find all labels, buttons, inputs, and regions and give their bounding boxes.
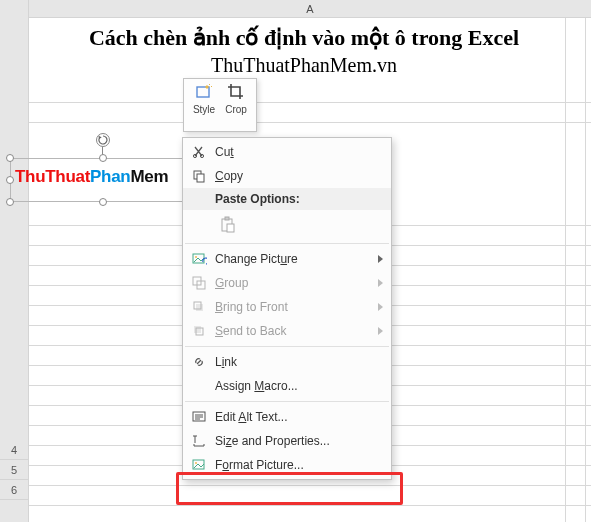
menu-label: Assign Macro... <box>215 379 383 393</box>
blank-icon <box>189 377 209 395</box>
copy-icon <box>189 167 209 185</box>
menu-item-format-picture[interactable]: Format Picture... <box>183 453 391 477</box>
menu-item-group: Group <box>183 271 391 295</box>
row-header-gutter: 4 5 6 <box>0 0 29 522</box>
svg-rect-7 <box>227 224 234 232</box>
menu-item-size-and-properties[interactable]: Size and Properties... <box>183 429 391 453</box>
menu-label: Change Picture <box>215 252 374 266</box>
row-marker[interactable]: 5 <box>0 460 28 480</box>
menu-separator <box>185 346 389 347</box>
menu-label: Bring to Front <box>215 300 374 314</box>
paste-icon <box>220 216 236 234</box>
svg-rect-4 <box>197 174 204 182</box>
row-marker[interactable]: 4 <box>0 440 28 460</box>
gridline <box>29 505 591 506</box>
column-header-a[interactable]: A <box>29 0 591 18</box>
crop-label: Crop <box>225 104 247 115</box>
cell-title-line2: ThuThuatPhanMem.vn <box>29 52 579 78</box>
style-icon <box>194 82 214 102</box>
svg-rect-14 <box>194 326 201 333</box>
style-label: Style <box>193 104 215 115</box>
crop-icon <box>226 82 246 102</box>
cell-a1[interactable]: Cách chèn ảnh cố định vào một ô trong Ex… <box>29 20 579 80</box>
resize-handle-nw[interactable] <box>6 154 14 162</box>
size-icon <box>189 432 209 450</box>
menu-item-link[interactable]: Link <box>183 350 391 374</box>
submenu-arrow-icon <box>378 279 383 287</box>
logo-part-1: ThuThuat <box>15 167 90 186</box>
submenu-arrow-icon <box>378 255 383 263</box>
picture-content-logo: ThuThuatPhanMem <box>15 167 168 187</box>
menu-label: Send to Back <box>215 324 374 338</box>
menu-label: Group <box>215 276 374 290</box>
link-icon <box>189 353 209 371</box>
cell-title-line1: Cách chèn ảnh cố định vào một ô trong Ex… <box>29 20 579 52</box>
row-marker[interactable]: 6 <box>0 480 28 500</box>
menu-item-copy[interactable]: Copy <box>183 164 391 188</box>
menu-item-assign-macro[interactable]: Assign Macro... <box>183 374 391 398</box>
send-to-back-icon <box>189 322 209 340</box>
gridline-vertical <box>565 18 566 522</box>
menu-item-bring-to-front: Bring to Front <box>183 295 391 319</box>
rotate-handle[interactable] <box>96 133 110 147</box>
menu-label: Size and Properties... <box>215 434 383 448</box>
menu-label: Format Picture... <box>215 458 383 472</box>
bring-to-front-icon <box>189 298 209 316</box>
logo-part-2: Phan <box>90 167 130 186</box>
mini-toolbar: Style Crop <box>183 78 257 132</box>
logo-part-3: Mem <box>130 167 168 186</box>
alt-text-icon <box>189 408 209 426</box>
format-picture-icon <box>189 456 209 474</box>
svg-rect-12 <box>196 304 203 311</box>
paste-options-header: Paste Options: <box>183 188 391 210</box>
selected-picture-object[interactable]: ThuThuatPhanMem <box>10 158 195 202</box>
rotate-icon <box>98 135 108 145</box>
cut-icon <box>189 143 209 161</box>
gridline <box>29 485 591 486</box>
svg-point-9 <box>195 256 197 258</box>
gridline <box>29 122 591 123</box>
resize-handle-s[interactable] <box>99 198 107 206</box>
menu-item-edit-alt-text[interactable]: Edit Alt Text... <box>183 405 391 429</box>
change-picture-icon <box>189 250 209 268</box>
gridline <box>29 102 591 103</box>
submenu-arrow-icon <box>378 303 383 311</box>
resize-handle-w[interactable] <box>6 176 14 184</box>
svg-rect-6 <box>225 217 229 220</box>
crop-button[interactable]: Crop <box>220 82 252 128</box>
menu-separator <box>185 243 389 244</box>
menu-label: Cut <box>215 145 383 159</box>
gridline-vertical <box>585 18 586 522</box>
menu-label: Edit Alt Text... <box>215 410 383 424</box>
menu-label: Copy <box>215 169 383 183</box>
menu-separator <box>185 401 389 402</box>
group-icon <box>189 274 209 292</box>
style-button[interactable]: Style <box>188 82 220 128</box>
menu-item-change-picture[interactable]: Change Picture <box>183 247 391 271</box>
menu-item-send-to-back: Send to Back <box>183 319 391 343</box>
menu-item-cut[interactable]: Cut <box>183 140 391 164</box>
paste-option-button[interactable] <box>215 213 241 237</box>
resize-handle-sw[interactable] <box>6 198 14 206</box>
picture-context-menu: Cut Copy Paste Options: Change Picture <box>182 137 392 480</box>
submenu-arrow-icon <box>378 327 383 335</box>
menu-label: Link <box>215 355 383 369</box>
resize-handle-n[interactable] <box>99 154 107 162</box>
paste-options-row <box>183 210 391 240</box>
svg-point-18 <box>195 462 197 464</box>
